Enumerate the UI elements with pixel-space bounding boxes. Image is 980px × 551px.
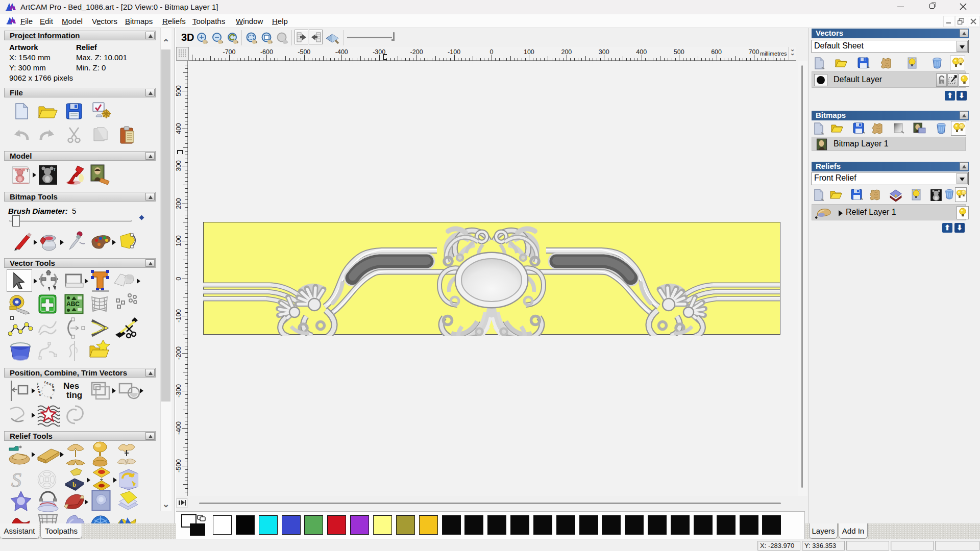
svg-text:b: b xyxy=(72,481,76,488)
svg-text:S: S xyxy=(11,468,21,491)
svg-text:T: T xyxy=(26,168,29,173)
svg-text:ABC: ABC xyxy=(66,300,80,308)
svg-text:Nes: Nes xyxy=(63,381,79,391)
svg-text:o n: o n xyxy=(52,385,56,391)
svg-text:ting: ting xyxy=(66,390,82,400)
svg-text:T: T xyxy=(53,167,56,172)
svg-text:c u r v e: c u r v e xyxy=(37,382,42,396)
